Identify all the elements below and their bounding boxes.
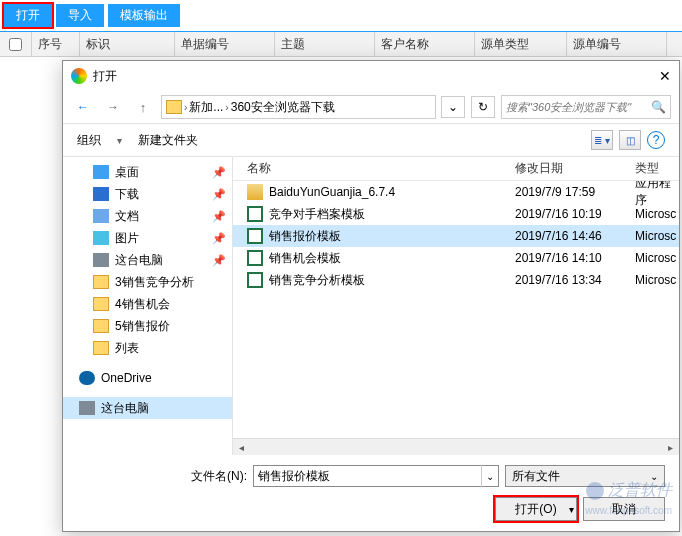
th-customer[interactable]: 客户名称: [375, 32, 475, 56]
preview-pane-button[interactable]: ◫: [619, 130, 641, 150]
chevron-down-icon: ▾: [117, 135, 122, 146]
app-logo-icon: [71, 68, 87, 84]
dialog-toolbar: 组织 ▾ 新建文件夹 ≣ ▾ ◫ ?: [63, 124, 679, 157]
file-row[interactable]: BaiduYunGuanjia_6.7.42019/7/9 17:59应用程序: [233, 181, 679, 203]
pin-icon: 📌: [212, 254, 226, 267]
folder-icon: [93, 275, 109, 289]
excel-icon: [247, 206, 263, 222]
tree-desktop[interactable]: 桌面📌: [63, 161, 232, 183]
organize-menu[interactable]: 组织: [77, 132, 101, 149]
exe-icon: [247, 184, 263, 200]
col-type[interactable]: 类型: [635, 160, 679, 177]
breadcrumb-dropdown[interactable]: ⌄: [441, 96, 465, 118]
excel-icon: [247, 228, 263, 244]
file-row[interactable]: 竞争对手档案模板2019/7/16 10:19Microsc: [233, 203, 679, 225]
th-docno[interactable]: 单据编号: [175, 32, 275, 56]
folder-icon: [166, 100, 182, 114]
help-icon[interactable]: ?: [647, 131, 665, 149]
refresh-button[interactable]: ↻: [471, 96, 495, 118]
filetype-select[interactable]: 所有文件 ⌄: [505, 465, 665, 487]
tree-documents[interactable]: 文档📌: [63, 205, 232, 227]
col-name[interactable]: 名称: [247, 160, 515, 177]
th-mark[interactable]: 标识: [80, 32, 175, 56]
dialog-title: 打开: [93, 68, 117, 85]
top-toolbar: 打开 导入 模板输出: [0, 0, 682, 31]
dialog-nav: ← → ↑ › 新加... › 360安全浏览器下载 ⌄ ↻ 🔍: [63, 91, 679, 124]
file-row[interactable]: 销售机会模板2019/7/16 14:10Microsc: [233, 247, 679, 269]
search-icon[interactable]: 🔍: [651, 100, 666, 114]
template-output-button[interactable]: 模板输出: [108, 4, 180, 27]
import-button[interactable]: 导入: [56, 4, 104, 27]
cancel-button[interactable]: 取消: [583, 497, 665, 521]
th-checkbox[interactable]: [0, 32, 32, 56]
filename-field[interactable]: ⌄: [253, 465, 499, 487]
tree-thispc-2[interactable]: 这台电脑: [63, 397, 232, 419]
forward-button: →: [101, 96, 125, 118]
chevron-down-icon: ▾: [569, 504, 574, 515]
dialog-footer: 文件名(N): ⌄ 所有文件 ⌄ 打开(O) ▾ 取消: [63, 455, 679, 531]
pin-icon: 📌: [212, 188, 226, 201]
tree-thispc[interactable]: 这台电脑📌: [63, 249, 232, 271]
pin-icon: 📌: [212, 232, 226, 245]
th-seq[interactable]: 序号: [32, 32, 80, 56]
open-button[interactable]: 打开: [4, 4, 52, 27]
new-folder-button[interactable]: 新建文件夹: [138, 132, 198, 149]
horizontal-scrollbar[interactable]: ◂ ▸: [233, 438, 679, 455]
tree-folder-3[interactable]: 5销售报价: [63, 315, 232, 337]
scroll-left-icon[interactable]: ◂: [233, 439, 250, 455]
nav-tree: 桌面📌 下载📌 文档📌 图片📌 这台电脑📌 3销售竞争分析 4销售机会 5销售报…: [63, 157, 233, 455]
excel-icon: [247, 250, 263, 266]
chevron-right-icon: ›: [184, 102, 187, 113]
close-icon[interactable]: ✕: [659, 68, 671, 84]
view-mode-button[interactable]: ≣ ▾: [591, 130, 613, 150]
pin-icon: 📌: [212, 166, 226, 179]
filename-label: 文件名(N):: [77, 468, 247, 485]
col-date[interactable]: 修改日期: [515, 160, 635, 177]
th-subject[interactable]: 主题: [275, 32, 375, 56]
file-open-dialog: 打开 ✕ ← → ↑ › 新加... › 360安全浏览器下载 ⌄ ↻ 🔍 组织…: [62, 60, 680, 532]
search-box[interactable]: 🔍: [501, 95, 671, 119]
breadcrumb-bar[interactable]: › 新加... › 360安全浏览器下载: [161, 95, 436, 119]
pictures-icon: [93, 231, 109, 245]
tree-folder-4[interactable]: 列表: [63, 337, 232, 359]
tree-folder-2[interactable]: 4销售机会: [63, 293, 232, 315]
tree-folder-1[interactable]: 3销售竞争分析: [63, 271, 232, 293]
chevron-down-icon: ⌄: [650, 471, 658, 482]
tree-pictures[interactable]: 图片📌: [63, 227, 232, 249]
documents-icon: [93, 209, 109, 223]
pc-icon: [79, 401, 95, 415]
pc-icon: [93, 253, 109, 267]
select-all-checkbox[interactable]: [9, 38, 22, 51]
table-header: 序号 标识 单据编号 主题 客户名称 源单类型 源单编号: [0, 31, 682, 57]
back-button[interactable]: ←: [71, 96, 95, 118]
up-button[interactable]: ↑: [131, 96, 155, 118]
file-list: BaiduYunGuanjia_6.7.42019/7/9 17:59应用程序 …: [233, 181, 679, 438]
folder-icon: [93, 297, 109, 311]
th-srcno[interactable]: 源单编号: [567, 32, 667, 56]
onedrive-icon: [79, 371, 95, 385]
filename-input[interactable]: [254, 469, 481, 483]
dialog-titlebar: 打开 ✕: [63, 61, 679, 91]
excel-icon: [247, 272, 263, 288]
file-row[interactable]: 销售竞争分析模板2019/7/16 13:34Microsc: [233, 269, 679, 291]
file-area: 名称 修改日期 类型 BaiduYunGuanjia_6.7.42019/7/9…: [233, 157, 679, 455]
pin-icon: 📌: [212, 210, 226, 223]
tree-downloads[interactable]: 下载📌: [63, 183, 232, 205]
folder-icon: [93, 319, 109, 333]
scroll-right-icon[interactable]: ▸: [662, 439, 679, 455]
chevron-right-icon: ›: [225, 102, 228, 113]
filename-dropdown[interactable]: ⌄: [481, 465, 498, 487]
breadcrumb-seg1[interactable]: 新加...: [189, 99, 223, 116]
download-icon: [93, 187, 109, 201]
desktop-icon: [93, 165, 109, 179]
search-input[interactable]: [506, 101, 641, 113]
file-list-header: 名称 修改日期 类型: [233, 157, 679, 181]
open-file-button[interactable]: 打开(O) ▾: [495, 497, 577, 521]
file-row[interactable]: 销售报价模板2019/7/16 14:46Microsc: [233, 225, 679, 247]
tree-onedrive[interactable]: OneDrive: [63, 367, 232, 389]
th-srctype[interactable]: 源单类型: [475, 32, 567, 56]
folder-icon: [93, 341, 109, 355]
breadcrumb-seg2[interactable]: 360安全浏览器下载: [231, 99, 335, 116]
